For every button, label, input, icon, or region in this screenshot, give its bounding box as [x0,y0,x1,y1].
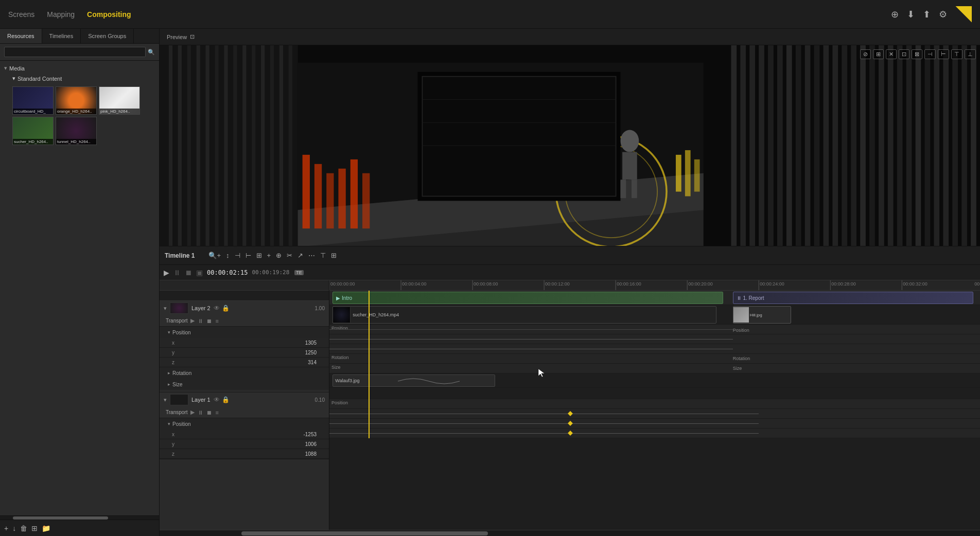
preview-btn-close[interactable]: ✕ [886,49,897,59]
layer1-z-keyframe-1[interactable] [568,431,573,436]
tl-zoom-in[interactable]: 🔍+ [207,251,222,260]
svg-rect-8 [224,45,227,246]
layer2-x-value[interactable]: 1305 [305,340,317,346]
tab-resources[interactable]: Resources [0,29,42,43]
tl-arrow[interactable]: ↗ [296,251,305,260]
tab-screen-groups[interactable]: Screen Groups [81,29,134,43]
layer1-x-row: x -1253 [160,430,329,439]
preview-btn-box[interactable]: ⊡ [899,49,909,59]
ruler-ticks [329,280,980,290]
resources-scrollbar[interactable] [0,515,159,520]
layer2-position-arrow: ▾ [168,330,170,335]
tl-link[interactable]: ⊕ [274,251,283,260]
svg-rect-10 [242,45,246,246]
layer1-transport-play[interactable]: ▶ [190,409,195,416]
layer1-collapse-arrow[interactable]: ▾ [164,397,167,403]
layer2-collapse-arrow[interactable]: ▾ [164,305,167,312]
layer2-lock-icon[interactable]: 🔒 [222,305,230,312]
add-resource-button[interactable]: + [4,524,8,532]
upload-icon[interactable]: ⬆ [923,9,931,20]
tl-cut[interactable]: ✂ [285,251,294,260]
layer1-transport-menu[interactable]: ≡ [215,409,218,416]
stop-button[interactable]: ⏹ [185,269,192,277]
play-button[interactable]: ▶ [164,269,169,277]
svg-rect-67 [961,45,967,246]
grid-view-button[interactable]: ⊞ [31,524,38,532]
tab-preview[interactable]: Preview ⊡ [160,29,202,44]
preview-btn-4[interactable]: ⊥ [965,49,976,59]
layer2-position-header[interactable]: ▾ Position [160,327,329,338]
delete-button[interactable]: 🗑 [20,524,27,532]
intro-clip[interactable]: ▶ Intro [332,292,723,304]
layer2-y-value[interactable]: 1250 [305,350,317,355]
layer2-marker-row: ▶ Intro ⏸ 1. Report [329,291,980,305]
preview-btn-2[interactable]: ⊢ [938,49,949,59]
layer2-transport-menu[interactable]: ≡ [215,318,218,324]
nav-screens[interactable]: Screens [8,10,34,19]
layer1-x-value[interactable]: -1253 [303,432,317,437]
layer2-secondary-clip[interactable]: Hill.jpg [733,306,792,324]
settings-icon[interactable]: ⚙ [939,9,947,20]
tab-timelines[interactable]: Timelines [42,29,81,43]
svg-rect-51 [814,45,820,246]
timeline-scrollbar[interactable] [160,530,980,536]
layer2-transport-pause[interactable]: ⏸ [198,318,203,324]
pause-button[interactable]: ⏸ [173,269,181,277]
standard-content-header[interactable]: ▾ Standard Content [8,74,159,83]
preview-btn-1[interactable]: ⊣ [924,49,936,59]
media-header[interactable]: ▾ Media [0,63,159,74]
svg-rect-61 [906,45,912,246]
report-clip[interactable]: ⏸ 1. Report [733,292,974,304]
layer2-eye-icon[interactable]: 👁 [214,305,220,312]
layer2-main-clip[interactable]: sucher_HD_h264.mp4 [332,306,716,324]
layer1-z-track [329,428,980,438]
layer2-rotation-header[interactable]: ▸ Rotation [160,367,329,379]
preview-btn-grid[interactable]: ⊞ [873,49,884,59]
folder-button[interactable]: 📁 [42,524,50,532]
media-label-dark: tunnel_HD_h264.. [56,139,96,145]
layer1-y-value[interactable]: 1006 [305,441,317,447]
mute-button[interactable]: ▣ [196,269,203,277]
media-thumb-orange[interactable]: orange_HD_h264.. [56,86,97,115]
preview-btn-expand[interactable]: ⊠ [912,49,922,59]
layer2-size-header[interactable]: ▸ Size [160,379,329,390]
layer1-position-header[interactable]: ▾ Position [160,418,329,430]
layer1-x-keyframe-1[interactable] [568,411,573,416]
download-icon[interactable]: ⬇ [907,9,915,20]
tl-more[interactable]: ⊞ [329,251,338,260]
preview-btn-circle[interactable]: ⊘ [860,49,871,59]
tl-dots[interactable]: ⋯ [307,251,317,260]
media-thumb-green[interactable]: sucher_HD_h264.. [12,117,54,145]
tl-in[interactable]: ⊣ [233,251,242,260]
svg-rect-19 [303,155,310,228]
search-input[interactable] [4,47,146,57]
media-thumb-dark[interactable]: tunnel_HD_h264.. [56,117,97,145]
tl-split[interactable]: ⊞ [255,251,264,260]
tl-add[interactable]: + [266,251,273,260]
nav-compositing[interactable]: Compositing [87,10,131,19]
layer2-transport-play[interactable]: ▶ [190,317,195,324]
layer1-transport-pause[interactable]: ⏸ [198,409,203,416]
tl-filter[interactable]: ⊤ [319,251,327,260]
import-button[interactable]: ↓ [12,524,16,532]
media-thumb-pink[interactable]: pink_HD_h264.. [99,86,140,115]
layer1-eye-icon[interactable]: 👁 [214,396,220,403]
layer1-lock-icon[interactable]: 🔒 [222,396,230,403]
media-thumb-circuit[interactable]: circuitboard_HD_ [12,86,54,115]
timeline-scrollbar-thumb[interactable] [241,531,487,535]
globe-icon[interactable]: ⊕ [891,9,899,20]
tl-select[interactable]: ↕ [224,251,231,260]
layer2-z-value[interactable]: 314 [308,360,317,365]
svg-rect-34 [422,77,616,196]
tl-out[interactable]: ⊢ [244,251,253,260]
layer1-z-label: z [172,451,187,457]
layer1-y-keyframe-1[interactable] [568,421,573,426]
layer1-main-clip[interactable]: Walauf3.jpg [332,374,495,387]
layer1-z-value[interactable]: 1088 [305,451,317,457]
left-panel-tabs: Resources Timelines Screen Groups [0,29,159,44]
svg-rect-50 [805,45,811,246]
preview-btn-3[interactable]: ⊤ [951,49,962,59]
nav-mapping[interactable]: Mapping [47,10,75,19]
layer1-transport-stop[interactable]: ⏹ [206,409,212,416]
layer2-transport-stop[interactable]: ⏹ [206,318,212,324]
